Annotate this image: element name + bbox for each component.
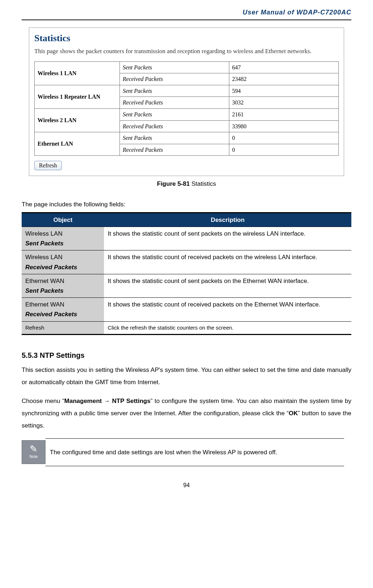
note-icon: ✎ Note: [22, 440, 45, 464]
field-description-table: Object Description Wireless LAN Sent Pac…: [22, 212, 351, 335]
metric-cell: Sent Packets: [120, 85, 229, 97]
figure-number: Figure 5-81: [157, 180, 190, 187]
page-header-title: User Manual of WDAP-C7200AC: [22, 7, 351, 18]
metric-cell: Received Packets: [120, 73, 229, 85]
value-cell: 33980: [229, 120, 338, 132]
value-cell: 3032: [229, 97, 338, 109]
metric-cell: Sent Packets: [120, 108, 229, 120]
metric-cell: Received Packets: [120, 97, 229, 109]
table-row: Refresh Click the refresh the statistic …: [22, 321, 351, 334]
object-cell: Ethernet WAN Received Packets: [22, 298, 104, 321]
value-cell: 594: [229, 85, 338, 97]
table-row: Ethernet WAN Sent Packets It shows the s…: [22, 274, 351, 297]
intro-text: The page includes the following fields:: [22, 199, 351, 209]
note-text: The configured time and date settings ar…: [45, 438, 344, 466]
description-cell: Click the refresh the statistic counters…: [104, 321, 351, 334]
metric-cell: Sent Packets: [120, 132, 229, 144]
header-rule: [22, 20, 351, 20]
value-cell: 23482: [229, 73, 338, 85]
figure-caption: Figure 5-81 Statistics: [22, 179, 351, 189]
value-cell: 2161: [229, 108, 338, 120]
table-row: Ethernet WAN Received Packets It shows t…: [22, 298, 351, 321]
note-icon-label: Note: [29, 454, 38, 460]
metric-cell: Received Packets: [120, 120, 229, 132]
description-cell: It shows the statistic count of received…: [104, 298, 351, 321]
panel-title: Statistics: [34, 31, 339, 46]
table-row: Wireless LAN Received Packets It shows t…: [22, 250, 351, 274]
table-row: Wireless LAN Sent Packets It shows the s…: [22, 227, 351, 250]
section-heading: 5.5.3 NTP Settings: [22, 349, 351, 361]
description-cell: It shows the statistic count of sent pac…: [104, 274, 351, 297]
value-cell: 647: [229, 61, 338, 73]
object-cell: Wireless LAN Received Packets: [22, 250, 104, 274]
table-row: Wireless 2 LAN Sent Packets 2161: [35, 108, 339, 120]
interface-cell: Wireless 1 LAN: [35, 61, 120, 85]
value-cell: 0: [229, 132, 338, 144]
column-header-object: Object: [22, 213, 104, 227]
statistics-screenshot-panel: Statistics This page shows the packet co…: [29, 27, 344, 176]
pencil-icon: ✎: [30, 444, 38, 454]
description-cell: It shows the statistic count of received…: [104, 250, 351, 274]
figure-caption-text: Statistics: [190, 180, 216, 187]
section-paragraph-1: This section assists you in setting the …: [22, 364, 351, 389]
table-row: Ethernet LAN Sent Packets 0: [35, 132, 339, 144]
column-header-description: Description: [104, 213, 351, 227]
object-cell: Ethernet WAN Sent Packets: [22, 274, 104, 297]
metric-cell: Received Packets: [120, 144, 229, 156]
metric-cell: Sent Packets: [120, 61, 229, 73]
panel-description: This page shows the packet counters for …: [34, 46, 339, 56]
statistics-table: Wireless 1 LAN Sent Packets 647 Received…: [34, 61, 339, 156]
object-cell: Wireless LAN Sent Packets: [22, 227, 104, 250]
page-number: 94: [22, 481, 351, 490]
interface-cell: Wireless 1 Repeater LAN: [35, 85, 120, 108]
section-paragraph-2: Choose menu “Management → NTP Settings” …: [22, 395, 351, 432]
description-cell: It shows the statistic count of sent pac…: [104, 227, 351, 250]
refresh-button[interactable]: Refresh: [34, 161, 62, 170]
value-cell: 0: [229, 144, 338, 156]
interface-cell: Ethernet LAN: [35, 132, 120, 156]
object-cell: Refresh: [22, 321, 104, 334]
note-callout: ✎ Note The configured time and date sett…: [22, 438, 344, 466]
interface-cell: Wireless 2 LAN: [35, 108, 120, 132]
table-row: Wireless 1 LAN Sent Packets 647: [35, 61, 339, 73]
table-row: Wireless 1 Repeater LAN Sent Packets 594: [35, 85, 339, 97]
